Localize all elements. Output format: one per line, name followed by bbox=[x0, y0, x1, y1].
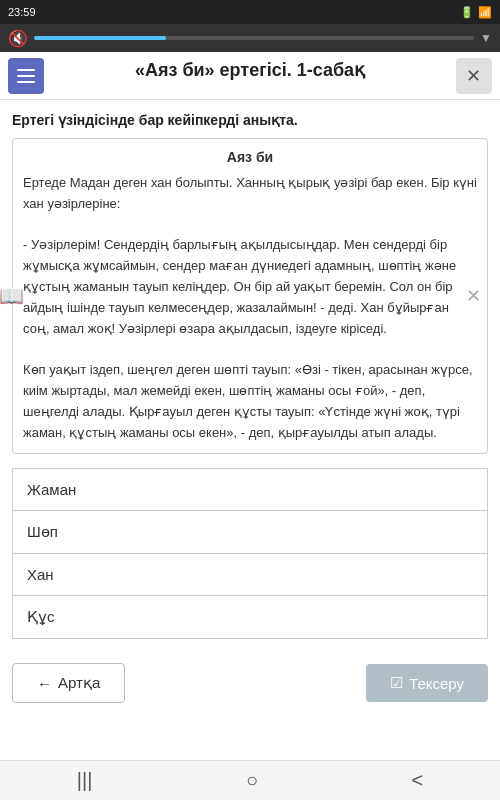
check-label: Тексеру bbox=[409, 675, 464, 692]
passage-text: Ертеде Мадан деген хан болыпты. Ханның қ… bbox=[23, 173, 477, 443]
home-icon: ○ bbox=[246, 769, 258, 791]
nav-back-button[interactable]: < bbox=[392, 765, 444, 796]
answer-label-2: Хан bbox=[27, 566, 54, 583]
answer-item-0[interactable]: Жаман bbox=[12, 468, 488, 510]
close-icon: ✕ bbox=[466, 65, 481, 87]
hamburger-line-3 bbox=[17, 81, 35, 83]
media-dropdown-icon[interactable]: ▼ bbox=[480, 31, 492, 45]
media-bar: 🔇 ▼ bbox=[0, 24, 500, 52]
recents-icon: ||| bbox=[77, 769, 93, 791]
nav-home-button[interactable]: ○ bbox=[226, 765, 278, 796]
app-header: «Аяз би» ертегісі. 1-сабақ ✕ bbox=[0, 52, 500, 100]
hamburger-line-2 bbox=[17, 75, 35, 77]
hamburger-line-1 bbox=[17, 69, 35, 71]
clear-icon[interactable]: ✕ bbox=[466, 285, 481, 307]
status-bar-right: 🔋 📶 bbox=[460, 6, 492, 19]
wifi-icon: 📶 bbox=[478, 6, 492, 19]
mute-icon[interactable]: 🔇 bbox=[8, 29, 28, 48]
book-icon: 📖 bbox=[0, 284, 24, 308]
back-arrow-icon: ← bbox=[37, 675, 52, 692]
answer-item-1[interactable]: Шөп bbox=[12, 510, 488, 553]
check-icon: ☑ bbox=[390, 674, 403, 692]
answer-item-3[interactable]: Құс bbox=[12, 595, 488, 639]
instruction-text: Ертегі үзіндісінде бар кейіпкерді анықта… bbox=[12, 112, 488, 128]
back-button[interactable]: ← Артқа bbox=[12, 663, 125, 703]
answer-label-1: Шөп bbox=[27, 523, 58, 540]
check-button[interactable]: ☑ Тексеру bbox=[366, 664, 488, 702]
time-display: 23:59 bbox=[8, 6, 36, 18]
answer-item-2[interactable]: Хан bbox=[12, 553, 488, 595]
battery-icon: 🔋 bbox=[460, 6, 474, 19]
nav-back-icon: < bbox=[412, 769, 424, 791]
passage-box: 📖 Аяз би Ертеде Мадан деген хан болыпты.… bbox=[12, 138, 488, 454]
bottom-nav: ||| ○ < bbox=[0, 760, 500, 800]
main-content: Ертегі үзіндісінде бар кейіпкерді анықта… bbox=[0, 100, 500, 760]
passage-title: Аяз би bbox=[23, 149, 477, 165]
status-bar: 23:59 🔋 📶 bbox=[0, 0, 500, 24]
media-progress-fill bbox=[34, 36, 166, 40]
status-bar-left: 23:59 bbox=[8, 6, 36, 18]
back-label: Артқа bbox=[58, 674, 100, 692]
nav-recents-button[interactable]: ||| bbox=[57, 765, 113, 796]
page-title: «Аяз би» ертегісі. 1-сабақ bbox=[135, 59, 365, 81]
media-progress-bar[interactable] bbox=[34, 36, 474, 40]
answer-label-0: Жаман bbox=[27, 481, 76, 498]
bottom-buttons: ← Артқа ☑ Тексеру bbox=[12, 653, 488, 717]
answer-label-3: Құс bbox=[27, 608, 55, 625]
answer-list: Жаман Шөп Хан Құс bbox=[12, 468, 488, 639]
close-button[interactable]: ✕ bbox=[456, 58, 492, 94]
hamburger-button[interactable] bbox=[8, 58, 44, 94]
